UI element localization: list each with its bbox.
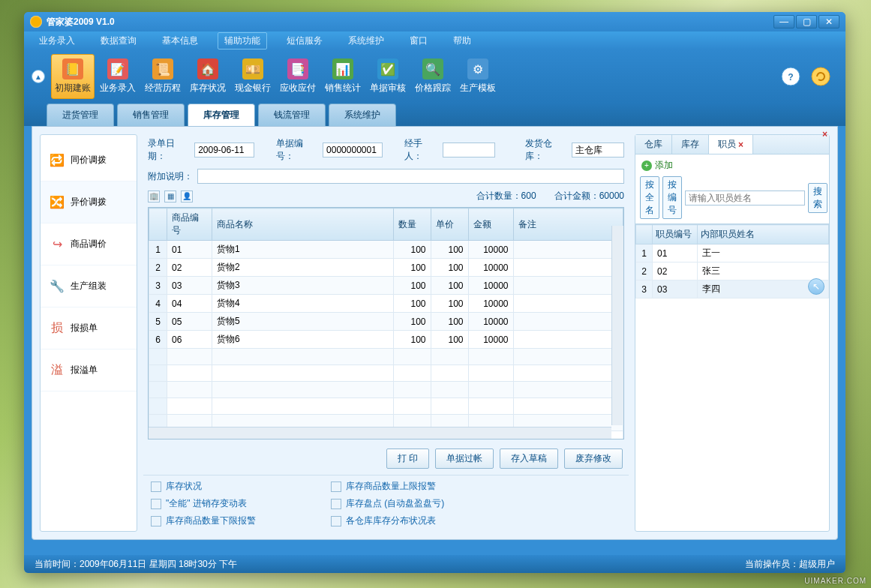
watermark: UIMAKER.COM xyxy=(804,577,866,585)
right-row[interactable]: 101王一 xyxy=(636,244,829,262)
search-button[interactable]: 搜索 xyxy=(808,183,827,213)
side-item-3[interactable]: 🔧生产组装 xyxy=(41,266,137,308)
total-qty-label: 合计数量： xyxy=(476,190,521,201)
menu-item-6[interactable]: 窗口 xyxy=(404,33,434,49)
side-item-4[interactable]: 损报损单 xyxy=(41,308,137,350)
rgrid-col[interactable] xyxy=(636,225,653,244)
table-row-empty[interactable] xyxy=(149,349,623,365)
side-item-0[interactable]: 🔁同价调拨 xyxy=(41,140,137,182)
table-row-empty[interactable] xyxy=(149,382,623,398)
mini-icon-3[interactable]: 👤 xyxy=(181,190,193,202)
right-row[interactable]: 303李四 xyxy=(636,280,829,298)
main-grid[interactable]: 商品编号商品名称数量单价金额备注101货物110010010000202货物21… xyxy=(148,207,624,440)
total-amt-label: 合计金额： xyxy=(554,190,599,201)
link-1[interactable]: 库存商品数量上限报警 xyxy=(331,480,473,493)
side-item-5[interactable]: 溢报溢单 xyxy=(41,350,137,392)
rgrid-col[interactable]: 内部职员姓名 xyxy=(698,225,829,244)
add-button[interactable]: + 添加 xyxy=(635,154,829,176)
menu-item-1[interactable]: 数据查询 xyxy=(95,33,143,49)
menu-item-4[interactable]: 短信服务 xyxy=(281,33,329,49)
discard-button[interactable]: 废弃修改 xyxy=(564,448,623,469)
toolbar-btn-9[interactable]: ⚙生产模板 xyxy=(456,54,500,99)
rgrid-col[interactable]: 职员编号 xyxy=(653,225,698,244)
tab-close-icon[interactable]: × xyxy=(738,140,743,150)
link-5[interactable]: 各仓库库存分布状况表 xyxy=(331,514,473,527)
arrow-badge-icon[interactable]: ↖ xyxy=(808,278,824,295)
table-row[interactable]: 303货物310010010000 xyxy=(149,277,623,295)
note-input[interactable] xyxy=(197,169,624,184)
side-icon-4: 损 xyxy=(50,321,65,336)
right-tab-2[interactable]: 职员 × xyxy=(709,135,753,154)
link-4[interactable]: 库存商品数量下限报警 xyxy=(151,514,293,527)
grid-col[interactable]: 商品编号 xyxy=(167,208,212,241)
toolbar-btn-1[interactable]: 📝业务录入 xyxy=(96,54,140,99)
maximize-button[interactable]: ▢ xyxy=(796,15,817,28)
main-tab-4[interactable]: 系统维护 xyxy=(329,104,396,126)
link-0[interactable]: 库存状况 xyxy=(151,480,293,493)
table-row[interactable]: 505货物510010010000 xyxy=(149,313,623,331)
main-tab-2[interactable]: 库存管理 xyxy=(188,104,255,126)
handler-input[interactable] xyxy=(443,142,495,158)
right-panel-close-icon[interactable]: × xyxy=(822,129,827,140)
toolbar-btn-3[interactable]: 🏠库存状况 xyxy=(186,54,230,99)
link-2[interactable]: "全能" 进销存变动表 xyxy=(151,497,293,510)
link-icon xyxy=(331,516,341,526)
right-row[interactable]: 202张三 xyxy=(636,262,829,280)
title-bar: 管家婆2009 V1.0 — ▢ ✕ xyxy=(24,12,845,32)
right-tab-1[interactable]: 库存 xyxy=(672,135,709,154)
menu-item-5[interactable]: 系统维护 xyxy=(342,33,390,49)
refresh-icon[interactable] xyxy=(809,65,832,88)
grid-col[interactable]: 数量 xyxy=(393,208,431,241)
docno-input[interactable] xyxy=(323,142,383,158)
table-row[interactable]: 202货物210010010000 xyxy=(149,259,623,277)
print-button[interactable]: 打 印 xyxy=(386,448,429,469)
mini-icon-2[interactable]: ▦ xyxy=(164,190,176,202)
grid-col[interactable]: 单价 xyxy=(431,208,468,241)
filter-by-name[interactable]: 按全名 xyxy=(640,176,659,219)
close-button[interactable]: ✕ xyxy=(818,15,839,28)
post-button[interactable]: 单据过帐 xyxy=(435,448,494,469)
grid-col[interactable]: 金额 xyxy=(468,208,513,241)
grid-col[interactable]: 备注 xyxy=(513,208,623,241)
table-row-empty[interactable] xyxy=(149,398,623,415)
link-3[interactable]: 库存盘点 (自动盘盈盘亏) xyxy=(331,497,473,510)
table-row[interactable]: 404货物410010010000 xyxy=(149,295,623,313)
toolbar-btn-2[interactable]: 📜经营历程 xyxy=(141,54,185,99)
search-input[interactable] xyxy=(685,190,805,206)
toolbar-btn-5[interactable]: 📑应收应付 xyxy=(276,54,320,99)
main-tab-1[interactable]: 销售管理 xyxy=(117,104,185,126)
minimize-button[interactable]: — xyxy=(773,15,794,28)
date-input[interactable] xyxy=(194,142,254,158)
mini-icon-1[interactable]: 🏢 xyxy=(148,190,160,202)
toolbar-btn-8[interactable]: 🔍价格跟踪 xyxy=(411,54,455,99)
collapse-toolbar-icon[interactable]: ▲ xyxy=(32,70,45,83)
grid-col[interactable]: 商品名称 xyxy=(212,208,394,241)
toolbar-btn-0[interactable]: 📒初期建账 xyxy=(51,54,95,99)
main-tab-0[interactable]: 进货管理 xyxy=(47,104,114,126)
docno-label: 单据编号： xyxy=(276,137,318,163)
help-icon[interactable]: ? xyxy=(779,65,802,88)
toolbar-icon-2: 📜 xyxy=(152,58,173,80)
table-row-empty[interactable] xyxy=(149,365,623,382)
menu-item-3[interactable]: 辅助功能 xyxy=(218,32,267,50)
toolbar-btn-6[interactable]: 📊销售统计 xyxy=(321,54,365,99)
menu-item-7[interactable]: 帮助 xyxy=(447,33,477,49)
table-row[interactable]: 606货物610010010000 xyxy=(149,331,623,349)
link-icon xyxy=(331,499,341,509)
menu-item-2[interactable]: 基本信息 xyxy=(156,33,204,49)
toolbar-btn-4[interactable]: 💴现金银行 xyxy=(231,54,275,99)
draft-button[interactable]: 存入草稿 xyxy=(500,448,558,469)
grid-scroll-horizontal[interactable] xyxy=(149,427,611,439)
grid-col[interactable] xyxy=(149,208,167,241)
table-row[interactable]: 101货物110010010000 xyxy=(149,241,623,259)
side-item-2[interactable]: ↪商品调价 xyxy=(41,224,137,266)
right-grid[interactable]: 职员编号内部职员姓名101王一202张三303李四 ↖ xyxy=(635,224,829,531)
right-tab-0[interactable]: 仓库 xyxy=(635,135,672,154)
grid-scroll-vertical[interactable] xyxy=(611,226,623,425)
side-item-1[interactable]: 🔀异价调拨 xyxy=(41,182,137,224)
toolbar-btn-7[interactable]: ✅单据审核 xyxy=(366,54,410,99)
warehouse-input[interactable] xyxy=(572,142,624,158)
main-tab-3[interactable]: 钱流管理 xyxy=(258,104,326,126)
filter-by-code[interactable]: 按编号 xyxy=(662,176,682,219)
menu-item-0[interactable]: 业务录入 xyxy=(33,33,81,49)
